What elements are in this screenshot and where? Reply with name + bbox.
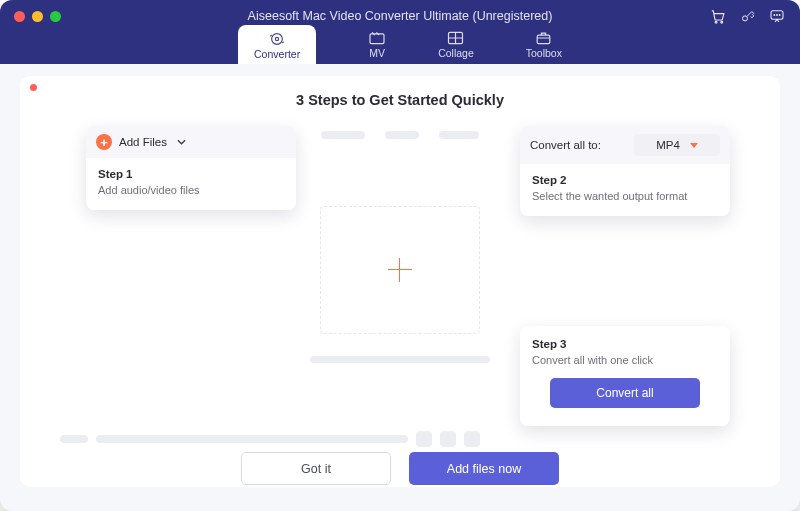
folder-icon (416, 431, 432, 447)
onboarding-step-1: + Add Files Step 1 Add audio/video files (86, 126, 296, 210)
step3-desc: Convert all with one click (532, 354, 718, 366)
onboarding-actions: Got it Add files now (0, 452, 800, 485)
collage-icon (447, 31, 465, 45)
svg-point-7 (272, 34, 283, 45)
toolbox-icon (535, 31, 553, 45)
cart-icon[interactable] (708, 7, 726, 25)
step3-title: Step 3 (532, 338, 718, 350)
dropdown-triangle-icon (690, 143, 698, 148)
app-window: Aiseesoft Mac Video Converter Ultimate (… (0, 0, 800, 511)
tab-label: MV (369, 47, 385, 59)
output-format-value: MP4 (656, 139, 680, 151)
add-files-now-button[interactable]: Add files now (409, 452, 559, 485)
key-icon[interactable] (738, 7, 756, 25)
step2-desc: Select the wanted output format (532, 190, 718, 202)
onboarding-heading: 3 Steps to Get Started Quickly (0, 92, 800, 108)
svg-point-4 (774, 15, 775, 16)
svg-point-1 (720, 21, 722, 23)
window-title: Aiseesoft Mac Video Converter Ultimate (… (0, 9, 800, 23)
got-it-button[interactable]: Got it (241, 452, 391, 485)
settings-icon (464, 431, 480, 447)
tab-label: Toolbox (526, 47, 562, 59)
add-files-label: Add Files (119, 136, 167, 148)
tab-converter[interactable]: Converter (238, 25, 316, 64)
svg-point-8 (275, 37, 278, 40)
list-icon (440, 431, 456, 447)
convert-all-button[interactable]: Convert all (550, 378, 700, 408)
converter-icon (268, 32, 286, 46)
main-tabs: Converter MV Collage Toolbox (0, 28, 800, 64)
svg-point-6 (779, 15, 780, 16)
add-files-button[interactable]: + Add Files (86, 126, 296, 158)
svg-rect-9 (370, 34, 384, 44)
got-it-label: Got it (301, 462, 331, 476)
tab-toolbox[interactable]: Toolbox (526, 31, 562, 64)
output-format-dropdown[interactable]: MP4 (634, 134, 720, 156)
mv-icon (368, 31, 386, 45)
svg-point-0 (715, 21, 717, 23)
svg-rect-11 (538, 35, 551, 43)
svg-point-5 (777, 15, 778, 16)
placeholder-progress (310, 356, 490, 363)
feedback-icon[interactable] (768, 7, 786, 25)
step1-desc: Add audio/video files (98, 184, 284, 196)
placeholder-toolbar (321, 131, 479, 139)
convert-to-label: Convert all to: (530, 139, 601, 151)
tab-label: Converter (254, 48, 300, 60)
onboarding-step-3: Step 3 Convert all with one click Conver… (520, 326, 730, 426)
add-plus-icon: + (96, 134, 112, 150)
placeholder-footer (60, 431, 480, 447)
tab-mv[interactable]: MV (368, 31, 386, 64)
add-files-now-label: Add files now (447, 462, 521, 476)
step2-title: Step 2 (532, 174, 718, 186)
onboarding-step-2: Convert all to: MP4 Step 2 Select the wa… (520, 126, 730, 216)
tab-label: Collage (438, 47, 474, 59)
tab-collage[interactable]: Collage (438, 31, 474, 64)
step1-title: Step 1 (98, 168, 284, 180)
titlebar: Aiseesoft Mac Video Converter Ultimate (… (0, 0, 800, 64)
file-dropzone[interactable] (320, 206, 480, 334)
svg-point-2 (742, 15, 747, 20)
convert-all-label: Convert all (596, 386, 653, 400)
plus-icon (388, 258, 412, 282)
close-panel-button[interactable] (30, 84, 37, 91)
chevron-down-icon[interactable] (177, 139, 186, 145)
